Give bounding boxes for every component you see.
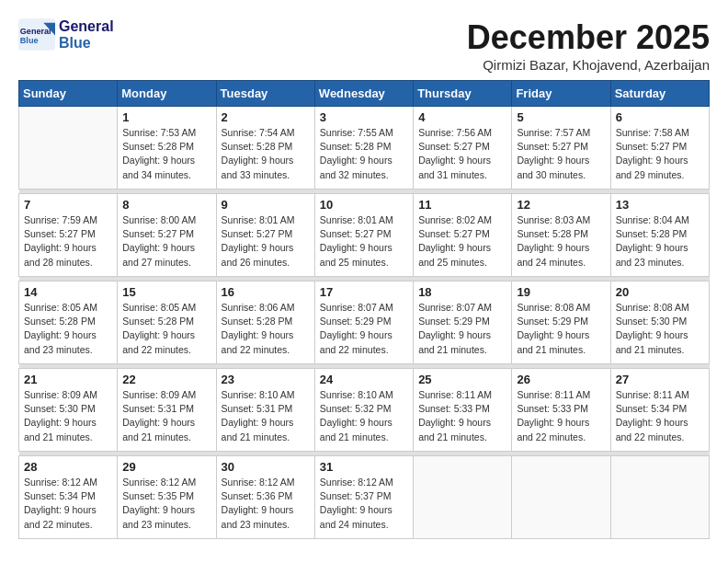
day-info: Sunrise: 7:55 AM Sunset: 5:28 PM Dayligh… xyxy=(320,126,408,182)
day-number: 8 xyxy=(122,198,210,212)
day-info: Sunrise: 8:12 AM Sunset: 5:34 PM Dayligh… xyxy=(24,476,112,532)
day-number: 21 xyxy=(24,373,112,386)
day-info: Sunrise: 8:12 AM Sunset: 5:36 PM Dayligh… xyxy=(222,476,310,532)
day-number: 20 xyxy=(616,285,704,299)
day-info: Sunrise: 8:09 AM Sunset: 5:30 PM Dayligh… xyxy=(24,388,112,444)
calendar-cell xyxy=(19,107,118,190)
calendar-cell: 18Sunrise: 8:07 AM Sunset: 5:29 PM Dayli… xyxy=(414,282,512,364)
calendar-cell: 24Sunrise: 8:10 AM Sunset: 5:32 PM Dayli… xyxy=(314,369,413,452)
day-info: Sunrise: 7:53 AM Sunset: 5:28 PM Dayligh… xyxy=(122,126,210,182)
day-number: 28 xyxy=(24,460,112,474)
calendar-cell: 23Sunrise: 8:10 AM Sunset: 5:31 PM Dayli… xyxy=(216,369,314,452)
calendar-cell: 10Sunrise: 8:01 AM Sunset: 5:27 PM Dayli… xyxy=(314,194,413,277)
calendar-cell: 6Sunrise: 7:58 AM Sunset: 5:27 PM Daylig… xyxy=(610,107,709,190)
day-info: Sunrise: 8:00 AM Sunset: 5:27 PM Dayligh… xyxy=(122,213,210,270)
day-number: 7 xyxy=(24,198,112,212)
calendar-cell: 29Sunrise: 8:12 AM Sunset: 5:35 PM Dayli… xyxy=(118,456,216,539)
day-number: 5 xyxy=(517,110,605,124)
col-header-friday: Friday xyxy=(512,81,610,107)
calendar-cell xyxy=(610,456,709,539)
day-info: Sunrise: 8:11 AM Sunset: 5:33 PM Dayligh… xyxy=(418,388,506,444)
calendar-cell: 25Sunrise: 8:11 AM Sunset: 5:33 PM Dayli… xyxy=(414,369,512,452)
calendar-cell: 17Sunrise: 8:07 AM Sunset: 5:29 PM Dayli… xyxy=(314,282,413,364)
calendar-cell: 20Sunrise: 8:08 AM Sunset: 5:30 PM Dayli… xyxy=(610,282,709,364)
calendar-cell: 13Sunrise: 8:04 AM Sunset: 5:28 PM Dayli… xyxy=(610,194,709,277)
col-header-tuesday: Tuesday xyxy=(216,81,314,107)
calendar-cell: 28Sunrise: 8:12 AM Sunset: 5:34 PM Dayli… xyxy=(19,456,118,539)
day-info: Sunrise: 8:05 AM Sunset: 5:28 PM Dayligh… xyxy=(24,301,112,357)
day-info: Sunrise: 8:11 AM Sunset: 5:33 PM Dayligh… xyxy=(517,388,605,444)
day-number: 9 xyxy=(222,198,310,212)
calendar-cell: 22Sunrise: 8:09 AM Sunset: 5:31 PM Dayli… xyxy=(118,369,216,452)
day-number: 29 xyxy=(122,460,210,474)
day-number: 31 xyxy=(320,460,408,474)
day-info: Sunrise: 8:12 AM Sunset: 5:35 PM Dayligh… xyxy=(122,476,210,532)
day-info: Sunrise: 8:10 AM Sunset: 5:32 PM Dayligh… xyxy=(320,388,408,444)
calendar-week-2: 7Sunrise: 7:59 AM Sunset: 5:27 PM Daylig… xyxy=(19,194,710,277)
calendar-cell: 31Sunrise: 8:12 AM Sunset: 5:37 PM Dayli… xyxy=(314,456,413,539)
day-info: Sunrise: 8:12 AM Sunset: 5:37 PM Dayligh… xyxy=(320,476,408,532)
calendar-table: SundayMondayTuesdayWednesdayThursdayFrid… xyxy=(18,80,710,539)
day-info: Sunrise: 7:57 AM Sunset: 5:27 PM Dayligh… xyxy=(517,126,605,182)
calendar-cell: 5Sunrise: 7:57 AM Sunset: 5:27 PM Daylig… xyxy=(512,107,610,190)
day-number: 26 xyxy=(517,373,605,386)
day-number: 14 xyxy=(24,285,112,299)
calendar-header-row: SundayMondayTuesdayWednesdayThursdayFrid… xyxy=(19,81,710,107)
page-container: General Blue General Blue December 2025 … xyxy=(18,18,710,539)
logo-line2: Blue xyxy=(59,35,114,52)
day-number: 13 xyxy=(616,198,704,212)
calendar-cell: 8Sunrise: 8:00 AM Sunset: 5:27 PM Daylig… xyxy=(118,194,216,277)
calendar-cell: 19Sunrise: 8:08 AM Sunset: 5:29 PM Dayli… xyxy=(512,282,610,364)
calendar-cell: 11Sunrise: 8:02 AM Sunset: 5:27 PM Dayli… xyxy=(414,194,512,277)
calendar-cell: 9Sunrise: 8:01 AM Sunset: 5:27 PM Daylig… xyxy=(216,194,314,277)
day-number: 23 xyxy=(222,373,310,386)
day-info: Sunrise: 8:03 AM Sunset: 5:28 PM Dayligh… xyxy=(517,213,605,270)
calendar-cell xyxy=(512,456,610,539)
day-number: 24 xyxy=(320,373,408,386)
calendar-cell: 26Sunrise: 8:11 AM Sunset: 5:33 PM Dayli… xyxy=(512,369,610,452)
svg-text:General: General xyxy=(20,27,51,36)
day-info: Sunrise: 8:02 AM Sunset: 5:27 PM Dayligh… xyxy=(418,213,506,270)
day-info: Sunrise: 8:08 AM Sunset: 5:29 PM Dayligh… xyxy=(517,301,605,357)
calendar-cell xyxy=(414,456,512,539)
day-number: 6 xyxy=(616,110,704,124)
calendar-cell: 7Sunrise: 7:59 AM Sunset: 5:27 PM Daylig… xyxy=(19,194,118,277)
sub-title: Qirmizi Bazar, Khojavend, Azerbaijan xyxy=(467,57,710,73)
calendar-cell: 30Sunrise: 8:12 AM Sunset: 5:36 PM Dayli… xyxy=(216,456,314,539)
logo: General Blue General Blue xyxy=(18,18,114,51)
day-info: Sunrise: 8:01 AM Sunset: 5:27 PM Dayligh… xyxy=(222,213,310,270)
col-header-thursday: Thursday xyxy=(414,81,512,107)
main-title: December 2025 xyxy=(467,18,710,57)
day-info: Sunrise: 7:58 AM Sunset: 5:27 PM Dayligh… xyxy=(616,126,704,182)
day-info: Sunrise: 8:06 AM Sunset: 5:28 PM Dayligh… xyxy=(222,301,310,357)
calendar-cell: 1Sunrise: 7:53 AM Sunset: 5:28 PM Daylig… xyxy=(118,107,216,190)
calendar-cell: 15Sunrise: 8:05 AM Sunset: 5:28 PM Dayli… xyxy=(118,282,216,364)
calendar-cell: 2Sunrise: 7:54 AM Sunset: 5:28 PM Daylig… xyxy=(216,107,314,190)
day-number: 16 xyxy=(222,285,310,299)
day-info: Sunrise: 7:56 AM Sunset: 5:27 PM Dayligh… xyxy=(418,126,506,182)
calendar-week-1: 1Sunrise: 7:53 AM Sunset: 5:28 PM Daylig… xyxy=(19,107,710,190)
logo-icon: General Blue xyxy=(18,18,55,51)
day-number: 22 xyxy=(122,373,210,386)
day-number: 2 xyxy=(222,110,310,124)
day-info: Sunrise: 8:11 AM Sunset: 5:34 PM Dayligh… xyxy=(616,388,704,444)
calendar-week-5: 28Sunrise: 8:12 AM Sunset: 5:34 PM Dayli… xyxy=(19,456,710,539)
day-number: 1 xyxy=(122,110,210,124)
day-info: Sunrise: 8:10 AM Sunset: 5:31 PM Dayligh… xyxy=(222,388,310,444)
day-info: Sunrise: 8:07 AM Sunset: 5:29 PM Dayligh… xyxy=(320,301,408,357)
day-info: Sunrise: 8:05 AM Sunset: 5:28 PM Dayligh… xyxy=(122,301,210,357)
day-info: Sunrise: 8:01 AM Sunset: 5:27 PM Dayligh… xyxy=(320,213,408,270)
day-number: 30 xyxy=(222,460,310,474)
day-number: 4 xyxy=(418,110,506,124)
day-number: 19 xyxy=(517,285,605,299)
day-info: Sunrise: 8:09 AM Sunset: 5:31 PM Dayligh… xyxy=(122,388,210,444)
day-info: Sunrise: 7:59 AM Sunset: 5:27 PM Dayligh… xyxy=(24,213,112,270)
calendar-cell: 16Sunrise: 8:06 AM Sunset: 5:28 PM Dayli… xyxy=(216,282,314,364)
svg-text:Blue: Blue xyxy=(20,37,39,46)
col-header-wednesday: Wednesday xyxy=(314,81,413,107)
calendar-week-4: 21Sunrise: 8:09 AM Sunset: 5:30 PM Dayli… xyxy=(19,369,710,452)
calendar-cell: 14Sunrise: 8:05 AM Sunset: 5:28 PM Dayli… xyxy=(19,282,118,364)
logo-line1: General xyxy=(59,18,114,35)
day-number: 3 xyxy=(320,110,408,124)
col-header-saturday: Saturday xyxy=(610,81,709,107)
